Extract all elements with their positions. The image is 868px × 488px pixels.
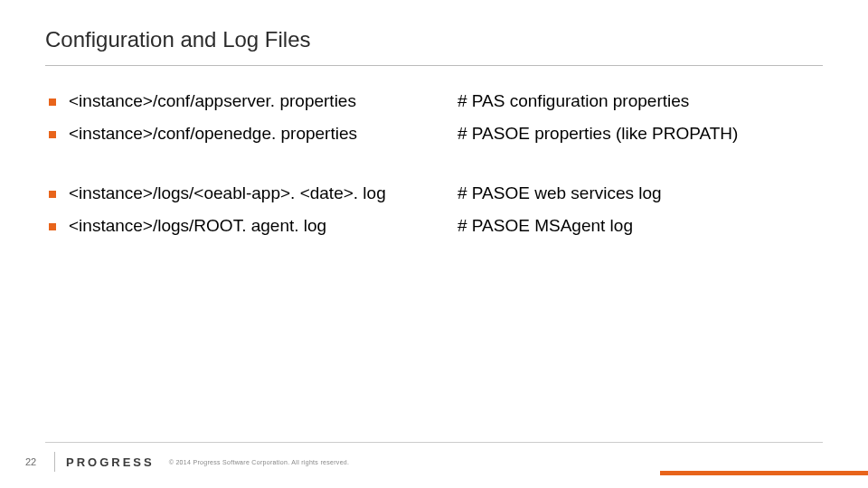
bullet-icon bbox=[49, 99, 56, 106]
item-path: <instance>/logs/<oeabl-app>. <date>. log bbox=[69, 183, 458, 203]
item-desc: # PASOE properties (like PROPATH) bbox=[458, 124, 823, 144]
bullet-icon bbox=[49, 223, 56, 230]
group-gap bbox=[49, 156, 823, 171]
copyright-text: © 2014 Progress Software Corporation. Al… bbox=[169, 459, 350, 465]
item-desc: # PASOE web services log bbox=[458, 183, 823, 203]
footer-separator bbox=[54, 452, 55, 472]
page-number: 22 bbox=[25, 456, 43, 467]
progress-logo: PROGRESS bbox=[66, 455, 155, 469]
item-path: <instance>/conf/openedge. properties bbox=[69, 124, 458, 144]
item-desc: # PAS configuration properties bbox=[458, 91, 823, 111]
list-item: <instance>/conf/appserver. properties # … bbox=[49, 91, 823, 111]
list-item: <instance>/logs/<oeabl-app>. <date>. log… bbox=[49, 183, 823, 203]
bullet-icon bbox=[49, 191, 56, 198]
accent-bar bbox=[660, 471, 868, 475]
footer: 22 PROGRESS © 2014 Progress Software Cor… bbox=[0, 452, 868, 472]
footer-divider bbox=[45, 442, 823, 443]
slide: Configuration and Log Files <instance>/c… bbox=[0, 0, 868, 488]
slide-title: Configuration and Log Files bbox=[45, 27, 823, 52]
item-list: <instance>/conf/appserver. properties # … bbox=[45, 91, 823, 236]
list-item: <instance>/conf/openedge. properties # P… bbox=[49, 124, 823, 144]
bullet-icon bbox=[49, 131, 56, 138]
item-path: <instance>/logs/ROOT. agent. log bbox=[69, 216, 458, 236]
title-divider bbox=[45, 65, 823, 66]
item-path: <instance>/conf/appserver. properties bbox=[69, 91, 458, 111]
list-item: <instance>/logs/ROOT. agent. log # PASOE… bbox=[49, 216, 823, 236]
item-desc: # PASOE MSAgent log bbox=[458, 216, 823, 236]
